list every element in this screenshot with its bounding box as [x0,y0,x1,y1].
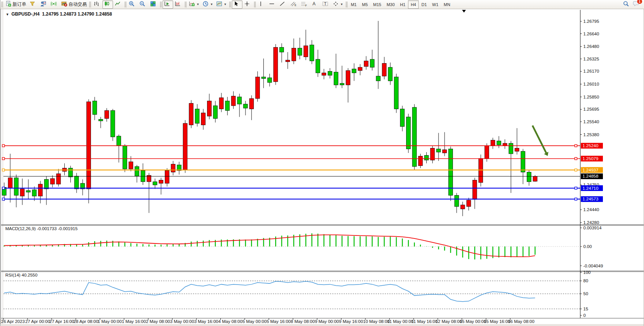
toolbar-grip [254,2,256,8]
macd-tick-label: 0.003914 [583,226,602,230]
autotrade-icon [61,1,67,8]
text-button[interactable]: A [310,0,320,9]
time-tick-label: 15 May 00:00 [460,319,486,324]
candle-body [304,46,308,57]
price-tick-label: 1.25540 [583,119,599,124]
tf-d1-button[interactable]: D1 [419,0,429,9]
annotation-arrow[interactable] [532,126,548,156]
candle-body [376,76,380,81]
text-label-button[interactable]: T [320,0,331,9]
candle-body [370,59,374,67]
candle-body [358,67,362,70]
candle-body [92,101,97,114]
candle-body [75,176,79,189]
candle-body [244,104,248,108]
horizontal-line-button[interactable] [267,0,278,9]
candle-body [8,178,12,188]
one-click-trading-expander-icon[interactable]: ▼ [6,13,9,16]
macd-tick-label: -0.004049 [583,264,603,268]
funnel-icon [29,1,35,8]
candle-body [129,162,133,169]
arrows-button[interactable]: ▼ [331,0,345,9]
candle-body [515,148,519,151]
tf-mn-button[interactable]: MN [441,0,453,9]
candle-body [207,101,211,116]
zoom-out-button[interactable] [138,0,148,9]
candle-body [165,170,169,183]
candle-body [238,97,242,104]
notifications-button[interactable]: 1 [633,0,640,8]
crosshair-icon [244,1,250,8]
market-watch-button[interactable] [38,0,49,9]
candlestick-chart-button[interactable] [102,0,113,9]
search-icon[interactable] [623,0,630,8]
fibonacci-icon: F [301,1,308,8]
tf-h1-button[interactable]: H1 [397,0,408,9]
candle-body [14,178,18,195]
line-chart-button[interactable] [113,0,124,9]
periods-button[interactable]: ▼ [201,0,215,9]
candle-body [316,59,320,73]
time-tick-label: 5 May 16:00 [266,319,290,324]
new-order-button[interactable]: 新订单 [4,0,28,9]
vertical-line-button[interactable] [257,0,267,9]
time-tick-label: 9 May 00:00 [315,319,339,324]
price-tag-label: 1.25240 [583,143,599,148]
panel-borders [0,9,644,326]
vertical-line-icon [258,1,263,8]
zoom-in-button[interactable] [127,0,138,9]
toolbar-grip [1,2,3,8]
candle-body [437,149,441,152]
trendline-button[interactable] [278,0,289,9]
line-handle [2,157,5,160]
tf-m30-button[interactable]: M30 [384,0,397,9]
tf-m5-button[interactable]: M5 [359,0,370,9]
candle-body [328,71,332,75]
auto-scroll-icon [164,1,170,8]
channel-icon: E [290,1,297,8]
candle-body [225,101,230,110]
candle-body [268,78,272,83]
signal-icon [51,1,57,8]
equidistant-channel-button[interactable]: E [289,0,299,9]
price-axis: 1.267951.266401.264801.263251.261701.260… [580,19,599,225]
tf-h4-button[interactable]: H4 [408,0,419,9]
zoom-out-icon [139,1,145,8]
severity-button[interactable] [28,0,38,9]
auto-scroll-button[interactable] [163,0,173,9]
macd-indicator-label: MACD(12,26,9) -0.001733 -0.001915 [5,226,78,231]
candle-body [189,103,193,125]
line-handle [575,169,577,171]
time-tick-label: 3 May 16:00 [194,319,218,324]
price-tick-label: 1.26480 [583,44,599,49]
price-tick-label: 1.26325 [583,57,599,61]
tf-m15-button[interactable]: M15 [370,0,384,9]
toolbar-grip [124,2,126,8]
price-tag-label: 1.24858 [583,174,599,178]
cursor-button[interactable] [232,0,242,9]
signals-button[interactable] [49,0,60,9]
time-tick-label: 9 May 16:00 [339,319,363,324]
templates-button[interactable]: ▼ [215,0,228,9]
indicators-button[interactable]: ▼ [187,0,201,9]
fibonacci-button[interactable]: F [299,0,310,9]
time-tick-label: 15 May 16:00 [484,319,510,324]
autotrade-button[interactable]: 自动交易 [60,0,88,9]
chart-title[interactable]: ▼GBPUSD-,H4 1.24795 1.24873 1.24790 1.24… [6,11,112,17]
crosshair-button[interactable] [242,0,253,9]
line-handle [575,145,577,147]
bar-chart-button[interactable] [92,0,102,9]
arrows-icon [333,1,339,8]
chart-shift-button[interactable] [173,0,184,9]
tf-m1-button[interactable]: M1 [348,0,359,9]
tf-w1-button[interactable]: W1 [429,0,441,9]
candle-body [340,83,344,85]
tile-windows-button[interactable] [148,0,159,9]
candles-layer [2,21,537,216]
candle-body [424,155,429,160]
dropdown-arrow-icon: ▼ [340,3,343,6]
candle-body [213,106,217,119]
line-handle [2,198,5,200]
price-chart[interactable]: 1.267951.266401.264801.263251.261701.260… [0,0,644,326]
toolbar-grip [89,2,91,8]
